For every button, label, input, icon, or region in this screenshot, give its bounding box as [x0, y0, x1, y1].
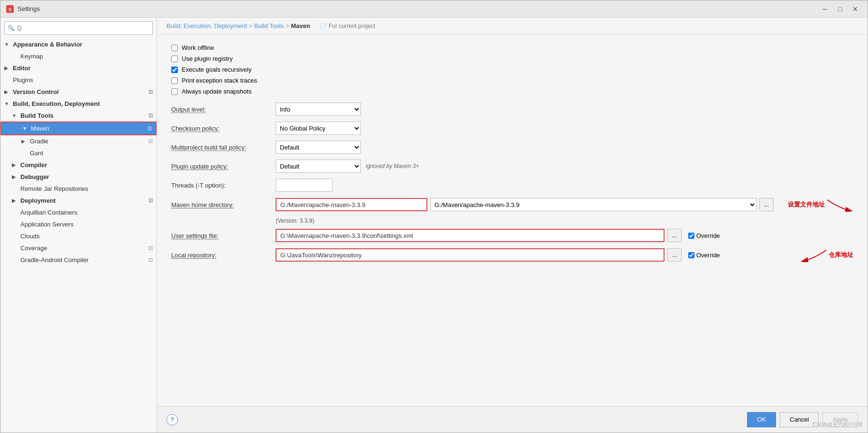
user-settings-input[interactable]: [276, 229, 665, 242]
local-repo-browse[interactable]: ...: [667, 248, 682, 262]
plugin-update-policy-row: Plugin update policy: Default Always Nev…: [171, 160, 853, 173]
minimize-button[interactable]: ─: [818, 3, 831, 15]
copy-icon: ⊡: [148, 257, 153, 263]
expand-arrow: ▶: [4, 66, 11, 71]
breadcrumb-sep-2: >: [286, 23, 289, 29]
sidebar-item-label: Arquillian Containers: [20, 209, 77, 216]
sidebar-item-label: Appearance & Behavior: [13, 41, 83, 48]
sidebar-item-label: Build, Execution, Deployment: [13, 100, 100, 107]
multiproject-policy-select[interactable]: Default Fail At End Fail Fast Never: [276, 141, 361, 154]
sidebar-item-label: Gant: [30, 150, 43, 157]
print-exception-checkbox[interactable]: [171, 77, 178, 84]
output-level-row: Output level: Info Debug Warn Error: [171, 103, 853, 116]
multiproject-policy-label: Multiproject build fail policy:: [171, 144, 276, 151]
maven-home-input[interactable]: [276, 198, 427, 211]
sidebar-item-label: Maven: [31, 125, 49, 132]
checkbox-use-plugin[interactable]: Use plugin registry: [171, 55, 853, 62]
plugin-update-policy-select[interactable]: Default Always Never Daily: [276, 160, 361, 173]
maven-version-label: (Version: 3.3.9): [276, 217, 853, 224]
maximize-button[interactable]: □: [833, 3, 847, 15]
svg-text:S: S: [9, 7, 11, 12]
sidebar-item-clouds[interactable]: Clouds: [0, 230, 157, 242]
maven-home-browse[interactable]: ...: [759, 198, 774, 211]
execute-goals-label: Execute goals recursively: [182, 66, 251, 73]
execute-goals-checkbox[interactable]: [171, 66, 178, 73]
window-title: Settings: [18, 5, 818, 12]
sidebar-item-deployment[interactable]: ▶ Deployment ⊡: [0, 195, 157, 207]
sidebar-item-remote-jar[interactable]: Remote Jar Repositories: [0, 183, 157, 195]
user-settings-override[interactable]: Override: [688, 232, 720, 239]
sidebar-item-compiler[interactable]: ▶ Compiler: [0, 159, 157, 171]
user-settings-section: User settings file: ... Override: [171, 229, 853, 242]
breadcrumb: Build, Execution, Deployment > Build Too…: [157, 18, 868, 35]
threads-input[interactable]: [276, 179, 332, 192]
sidebar-item-label: Build Tools: [20, 112, 54, 119]
sidebar-item-gradle-android[interactable]: Gradle-Android Compiler ⊡: [0, 254, 157, 266]
user-settings-browse[interactable]: ...: [667, 229, 682, 242]
plugin-update-policy-label: Plugin update policy:: [171, 163, 276, 170]
sidebar-item-label: Gradle: [30, 138, 48, 145]
override1-label: Override: [696, 232, 720, 239]
search-input[interactable]: [4, 21, 153, 35]
sidebar-item-version-control[interactable]: ▶ Version Control ⊡: [0, 86, 157, 98]
sidebar-item-arquillian[interactable]: Arquillian Containers: [0, 207, 157, 218]
close-button[interactable]: ✕: [849, 3, 862, 15]
bottom-bar: ? OK Cancel Apply: [157, 406, 868, 433]
sidebar-item-gradle[interactable]: ▶ Gradle ⊡: [0, 135, 157, 147]
sidebar-item-maven[interactable]: ▼ Maven ⊡: [0, 122, 157, 135]
local-repo-section: Local repository: ... Override: [171, 248, 853, 262]
sidebar-item-label: Clouds: [20, 233, 39, 240]
arrow-repo: [800, 248, 829, 262]
project-label: For current project: [329, 23, 375, 29]
local-repo-label: Local repository:: [171, 252, 276, 259]
checksum-policy-select[interactable]: No Global Policy Fail Warn Ignore: [276, 122, 361, 135]
local-repo-input[interactable]: [276, 248, 665, 262]
search-box[interactable]: 🔍: [4, 21, 153, 35]
copy-icon: ⊡: [148, 125, 152, 132]
threads-row: Threads (-T option):: [171, 179, 853, 192]
copy-icon: ⊡: [148, 138, 153, 144]
window-controls: ─ □ ✕: [818, 3, 862, 15]
sidebar-item-debugger[interactable]: ▶ Debugger: [0, 171, 157, 183]
expand-arrow: ▼: [22, 126, 29, 131]
override1-checkbox[interactable]: [688, 233, 694, 239]
copy-icon: ⊡: [148, 245, 153, 251]
always-update-checkbox[interactable]: [171, 88, 178, 95]
sidebar-item-label: Compiler: [20, 161, 47, 169]
sidebar-item-editor[interactable]: ▶ Editor: [0, 62, 157, 74]
maven-home-label: Maven home directory:: [171, 201, 276, 208]
annotation-settings: 设置文件地址: [788, 200, 825, 209]
maven-home-dropdown[interactable]: G:/Maven/apache-maven-3.3.9: [430, 198, 757, 211]
breadcrumb-build-tools[interactable]: Build Tools: [254, 22, 284, 29]
expand-arrow: ▶: [12, 174, 18, 179]
work-offline-checkbox[interactable]: [171, 45, 178, 51]
sidebar-item-build-tools[interactable]: ▼ Build Tools ⊡: [0, 110, 157, 122]
breadcrumb-sep-1: >: [249, 23, 252, 29]
sidebar-item-app-servers[interactable]: Application Servers: [0, 218, 157, 230]
sidebar-item-appearance[interactable]: ▼ Appearance & Behavior: [0, 38, 157, 50]
help-button[interactable]: ?: [166, 414, 178, 425]
breadcrumb-build-exec[interactable]: Build, Execution, Deployment: [166, 22, 247, 29]
expand-arrow: ▶: [12, 162, 18, 168]
main-content: 🔍 ▼ Appearance & Behavior Keymap ▶ Edito…: [0, 18, 868, 433]
print-exception-label: Print exception stack traces: [182, 77, 257, 84]
use-plugin-checkbox[interactable]: [171, 56, 178, 62]
sidebar-item-label: Application Servers: [20, 221, 74, 228]
user-settings-row: User settings file: ... Override: [171, 229, 853, 242]
override2-checkbox[interactable]: [688, 252, 694, 258]
ok-button[interactable]: OK: [747, 412, 776, 427]
checkbox-work-offline[interactable]: Work offline: [171, 44, 853, 51]
work-offline-label: Work offline: [182, 44, 214, 51]
sidebar-item-build-exec[interactable]: ▼ Build, Execution, Deployment: [0, 98, 157, 110]
checkbox-execute-goals[interactable]: Execute goals recursively: [171, 66, 853, 73]
output-level-select[interactable]: Info Debug Warn Error: [276, 103, 361, 116]
checkbox-print-exception[interactable]: Print exception stack traces: [171, 77, 853, 84]
sidebar-item-gant[interactable]: Gant: [0, 147, 157, 159]
sidebar-item-coverage[interactable]: Coverage ⊡: [0, 242, 157, 254]
checksum-policy-row: Checksum policy: No Global Policy Fail W…: [171, 122, 853, 135]
ignored-label: ignored by Maven 3+: [366, 163, 419, 169]
sidebar-item-plugins[interactable]: Plugins: [0, 74, 157, 86]
local-repo-override[interactable]: Override: [688, 252, 720, 259]
sidebar-item-keymap[interactable]: Keymap: [0, 50, 157, 62]
checkbox-always-update[interactable]: Always update snapshots: [171, 88, 853, 95]
